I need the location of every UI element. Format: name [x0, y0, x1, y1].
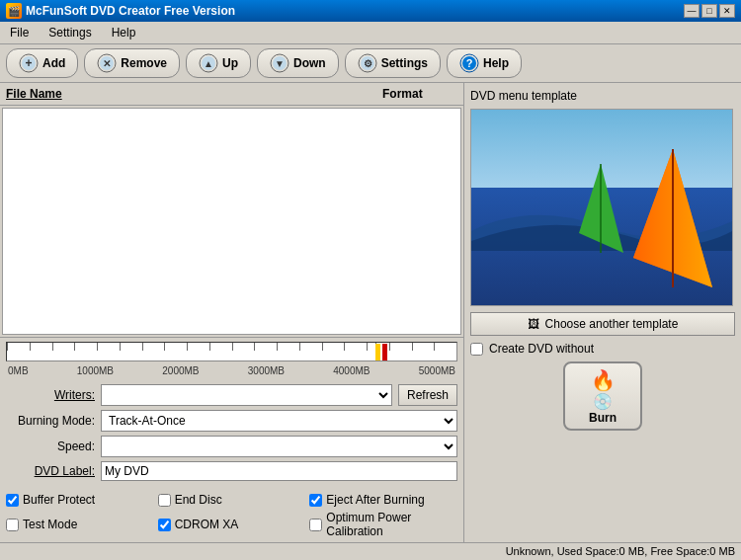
toolbar: + Add ✕ Remove ▲ Up [0, 44, 741, 83]
app-icon: 🎬 [6, 3, 22, 19]
main-content: File Name Format [0, 83, 741, 542]
scale-1000mb: 1000MB [77, 365, 114, 376]
file-list-area [2, 108, 461, 335]
scale-2000mb: 2000MB [162, 365, 199, 376]
cdrom-xa-checkbox[interactable]: CDROM XA [158, 511, 306, 538]
end-disc-label: End Disc [175, 493, 222, 507]
checkbox-area: Buffer Protect End Disc Eject After Burn… [0, 489, 463, 542]
remove-icon: ✕ [97, 53, 117, 73]
svg-text:?: ? [466, 57, 473, 69]
choose-template-button[interactable]: 🖼 Choose another template [470, 312, 735, 336]
template-icon: 🖼 [528, 317, 539, 331]
remove-label: Remove [121, 56, 167, 70]
title-bar: 🎬 McFunSoft DVD Creator Free Version — □… [0, 0, 741, 22]
up-button[interactable]: ▲ Up [186, 48, 251, 78]
test-mode-label: Test Mode [23, 518, 77, 531]
progress-tick-area [7, 343, 456, 360]
settings-label: Settings [381, 56, 428, 70]
add-label: Add [42, 56, 65, 70]
writers-label: Writers: [6, 388, 95, 402]
app-title: McFunSoft DVD Creator Free Version [26, 4, 235, 18]
burning-mode-label: Burning Mode: [6, 414, 95, 428]
dvd-preview [470, 109, 733, 306]
left-panel: File Name Format [0, 83, 464, 542]
burn-button-container: 🔥 💿 Burn [470, 361, 735, 431]
buffer-protect-label: Buffer Protect [23, 493, 95, 507]
speed-select[interactable] [101, 436, 457, 457]
windsurfer-1 [633, 149, 712, 287]
right-panel: DVD menu template [464, 83, 741, 542]
down-label: Down [293, 56, 326, 70]
burn-flame-icon: 🔥 [591, 368, 616, 392]
optimum-power-input[interactable] [309, 519, 322, 531]
progress-area: 0MB 1000MB 2000MB 3000MB 4000MB 5000MB [0, 337, 463, 380]
down-button[interactable]: ▼ Down [257, 48, 339, 78]
scale-0mb: 0MB [8, 365, 29, 376]
cdrom-xa-input[interactable] [158, 519, 171, 531]
writers-select[interactable] [101, 384, 392, 406]
burn-button[interactable]: 🔥 💿 Burn [563, 361, 642, 431]
speed-row: Speed: [6, 436, 457, 457]
optimum-power-checkbox[interactable]: Optimum Power Calibration [309, 511, 457, 538]
col-filename: File Name [4, 85, 380, 103]
progress-scale: 0MB 1000MB 2000MB 3000MB 4000MB 5000MB [6, 365, 457, 376]
help-label: Help [483, 56, 509, 70]
svg-text:⚙: ⚙ [363, 58, 371, 69]
title-bar-left: 🎬 McFunSoft DVD Creator Free Version [6, 3, 235, 19]
scale-5000mb: 5000MB [419, 365, 455, 376]
help-icon: ? [459, 53, 479, 73]
speed-label: Speed: [6, 440, 95, 453]
down-icon: ▼ [270, 53, 289, 73]
menu-help[interactable]: Help [106, 24, 142, 41]
form-area: Writers: Refresh Burning Mode: Track-At-… [0, 380, 463, 489]
menu-file[interactable]: File [4, 24, 35, 41]
burning-mode-select[interactable]: Track-At-Once [101, 410, 457, 432]
buffer-protect-input[interactable] [6, 494, 19, 507]
window-controls[interactable]: — □ ✕ [684, 4, 735, 18]
col-format: Format [380, 85, 459, 103]
choose-template-label: Choose another template [545, 317, 679, 331]
windsurfer-2 [579, 164, 623, 253]
scale-3000mb: 3000MB [248, 365, 285, 376]
cdrom-xa-label: CDROM XA [175, 518, 239, 531]
create-dvd-row: Create DVD without [470, 342, 735, 356]
eject-after-burning-input[interactable] [309, 494, 322, 507]
up-icon: ▲ [199, 53, 218, 73]
up-label: Up [222, 56, 238, 70]
end-disc-input[interactable] [158, 494, 171, 507]
progress-bar [6, 342, 457, 361]
menu-bar: File Settings Help [0, 22, 741, 44]
dvd-menu-title: DVD menu template [470, 89, 735, 103]
status-bar: Unknown, Used Space:0 MB, Free Space:0 M… [0, 542, 741, 559]
end-disc-checkbox[interactable]: End Disc [158, 493, 306, 507]
maximize-button[interactable]: □ [701, 4, 717, 18]
optimum-power-label: Optimum Power Calibration [326, 511, 457, 538]
add-button[interactable]: + Add [6, 48, 78, 78]
help-button[interactable]: ? Help [447, 48, 522, 78]
writers-row: Writers: Refresh [6, 384, 457, 406]
buffer-protect-checkbox[interactable]: Buffer Protect [6, 493, 154, 507]
remove-button[interactable]: ✕ Remove [84, 48, 180, 78]
create-dvd-checkbox[interactable] [470, 343, 483, 356]
test-mode-input[interactable] [6, 519, 19, 531]
add-icon: + [19, 53, 39, 73]
test-mode-checkbox[interactable]: Test Mode [6, 511, 154, 538]
dvd-label-row: DVD Label: [6, 461, 457, 481]
dvd-label-label: DVD Label: [6, 464, 95, 478]
svg-text:▼: ▼ [275, 58, 285, 69]
svg-text:✕: ✕ [103, 58, 111, 69]
scale-4000mb: 4000MB [333, 365, 370, 376]
burning-mode-row: Burning Mode: Track-At-Once [6, 410, 457, 432]
minimize-button[interactable]: — [684, 4, 700, 18]
burn-disc-icon: 💿 [593, 392, 613, 411]
file-list-header: File Name Format [0, 83, 463, 106]
settings-button[interactable]: ⚙ Settings [345, 48, 441, 78]
settings-icon: ⚙ [358, 53, 377, 73]
create-dvd-label: Create DVD without [489, 342, 594, 356]
close-button[interactable]: ✕ [719, 4, 735, 18]
svg-text:▲: ▲ [204, 58, 213, 69]
eject-after-burning-checkbox[interactable]: Eject After Burning [309, 493, 457, 507]
refresh-button[interactable]: Refresh [398, 384, 457, 406]
menu-settings[interactable]: Settings [42, 24, 97, 41]
dvd-label-input[interactable] [101, 461, 457, 481]
